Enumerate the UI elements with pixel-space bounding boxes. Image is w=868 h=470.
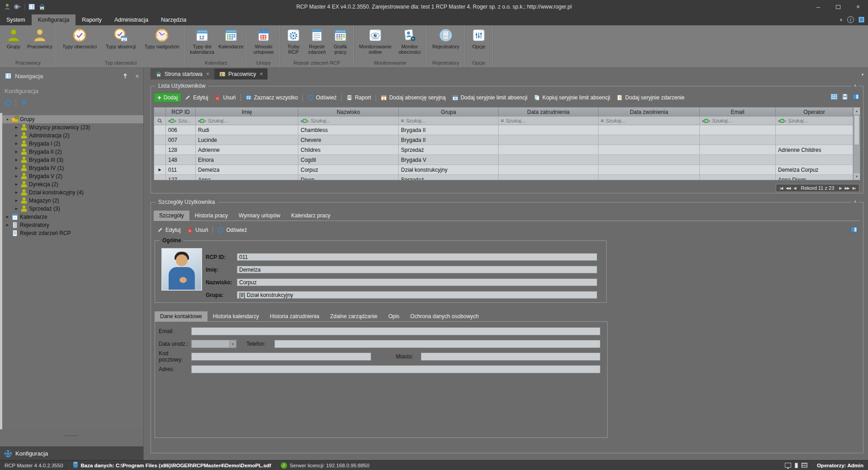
panel-splitter[interactable]: ......: [0, 432, 143, 437]
menu-tab-system[interactable]: System: [0, 14, 32, 25]
tree-item[interactable]: Brygada II (2): [2, 148, 143, 156]
tree-item[interactable]: Rejestratory: [2, 221, 143, 229]
refresh-icon[interactable]: [5, 99, 12, 107]
ribbon-button-typy-nadgodzin[interactable]: Typy nadgodzin: [141, 27, 183, 50]
ribbon-button-typy-obecnosci[interactable]: Typy obecności: [58, 27, 101, 50]
scroll-down-icon[interactable]: ▼: [854, 173, 860, 180]
refresh-button[interactable]: Odśwież: [214, 225, 250, 235]
table-row[interactable]: 011 Demelza Corpuz Dział konstrukcyjny D…: [154, 165, 853, 175]
column-header-email[interactable]: Email: [700, 108, 776, 117]
ribbon-button-typy-absencji[interactable]: 12 Typy absencji: [101, 27, 141, 50]
close-tab-icon[interactable]: ×: [259, 71, 263, 77]
close-tab-icon[interactable]: ×: [206, 71, 209, 77]
table-row[interactable]: 127 Anna Dixon Sprzedaż Anna Dixon: [154, 175, 853, 180]
maximize-button[interactable]: [828, 0, 848, 14]
expand-icon[interactable]: [14, 207, 19, 211]
tab-zdalne-zarzadzanie[interactable]: Zdalne zarządzanie: [325, 311, 383, 322]
navigation-panel-icon[interactable]: [28, 3, 35, 10]
panel-icon[interactable]: [795, 463, 798, 468]
city-field[interactable]: [421, 352, 601, 361]
scrollbar-thumb[interactable]: [854, 115, 859, 145]
account-menu-icon[interactable]: [14, 3, 21, 10]
column-header-rcp-id[interactable]: RCP ID: [166, 108, 196, 117]
collapse-all-icon[interactable]: [20, 99, 28, 107]
app-icon[interactable]: [4, 3, 11, 10]
tree-item[interactable]: Brygada I (2): [2, 140, 143, 148]
phone-field[interactable]: [274, 340, 600, 348]
add-serial-absence-button[interactable]: Dodaj absencję seryjną: [377, 93, 449, 103]
info-icon[interactable]: i: [847, 16, 854, 23]
expand-icon[interactable]: [5, 215, 10, 219]
table-row[interactable]: 148 Elnora Cogdil Brygada V: [154, 155, 853, 165]
ribbon-button-typy-dni-kalendarza[interactable]: 12 Typy dni kalendarza: [187, 27, 217, 55]
tab-dane-kontaktowe[interactable]: Dane kontaktowe: [155, 311, 208, 322]
filter-operator[interactable]: aBcSzukaj...: [776, 117, 853, 125]
copy-serial-absence-limit-button[interactable]: Kopiuj seryjnie limit absencji: [531, 93, 613, 103]
menu-tab-narzedzia[interactable]: Narzędzia: [155, 14, 193, 25]
field-input[interactable]: [237, 266, 597, 273]
ribbon-button-grupy[interactable]: Grupy: [2, 27, 25, 50]
field-input[interactable]: [237, 253, 597, 261]
expand-icon[interactable]: [14, 183, 19, 186]
column-header-data-zatrudnienia[interactable]: Data zatrudnienia: [499, 108, 599, 117]
tab-overflow-icon[interactable]: ▼: [861, 73, 864, 77]
panel-toggle-icon[interactable]: [852, 93, 859, 100]
tab-szczegoly[interactable]: Szczegóły: [154, 211, 189, 221]
panel-toggle-icon[interactable]: [850, 226, 858, 233]
table-row[interactable]: 128 Adrienne Childres Sprzedaż Adrienne …: [154, 145, 853, 155]
tree-item[interactable]: Brygada V (2): [2, 172, 143, 180]
filter-imie[interactable]: aBcSzukaj...: [196, 117, 298, 125]
tree-item[interactable]: Wszyscy pracownicy (23): [2, 123, 143, 132]
ribbon-button-wnioski-urlopowe[interactable]: Wnioski urlopowe: [249, 27, 278, 55]
add-serial-absence-limit-button[interactable]: 25Dodaj seryjnie limit absencji: [449, 93, 531, 103]
home-icon[interactable]: [38, 3, 46, 10]
close-panel-icon[interactable]: ×: [135, 73, 139, 80]
close-button[interactable]: ×: [848, 0, 868, 14]
sidebar-item-konfiguracja[interactable]: Konfiguracja: [0, 446, 143, 460]
operators-status[interactable]: Operatorzy: Admin: [812, 461, 868, 470]
tab-pracownicy[interactable]: Pracownicy ×: [214, 68, 268, 80]
prev-page-button[interactable]: ◀◀: [786, 186, 790, 190]
tree-item[interactable]: Administracja (2): [2, 132, 143, 140]
tab-historia-kalendarzy[interactable]: Historia kalendarzy: [208, 311, 264, 322]
pin-icon[interactable]: [122, 73, 128, 79]
chevron-down-icon[interactable]: ▼: [229, 340, 236, 348]
collapse-ribbon-icon[interactable]: ∧: [840, 17, 843, 22]
filter-data-zatrudnienia[interactable]: =Szukaj...: [499, 117, 599, 125]
last-record-button[interactable]: ▶|: [853, 186, 855, 190]
report-button[interactable]: Raport: [343, 93, 374, 103]
tree-item[interactable]: Dyrekcja (2): [2, 180, 143, 188]
layout-icon[interactable]: [859, 17, 864, 23]
scroll-up-icon[interactable]: ▲: [854, 108, 860, 114]
column-header-imie[interactable]: Imię: [196, 108, 298, 117]
ribbon-button-kalendarze[interactable]: Kalendarze: [217, 27, 245, 50]
next-record-button[interactable]: ▶: [839, 186, 841, 190]
tree-item[interactable]: Brygada III (3): [2, 156, 143, 164]
expand-icon[interactable]: [14, 166, 19, 170]
address-field[interactable]: [191, 365, 600, 373]
column-header-nazwisko[interactable]: Nazwisko: [298, 108, 399, 117]
minimize-button[interactable]: –: [808, 0, 828, 14]
refresh-button[interactable]: Odśwież: [304, 93, 340, 103]
select-all-button[interactable]: Zaznacz wszystko: [242, 93, 301, 103]
table-row[interactable]: 007 Lucinde Chevere Brygada II: [154, 135, 853, 145]
ribbon-button-pracownicy[interactable]: Pracownicy: [25, 27, 54, 50]
expand-icon[interactable]: [5, 223, 10, 227]
tab-ochrona-danych[interactable]: Ochrona danych osobowych: [405, 311, 484, 322]
ribbon-button-rejestr-zdarzen[interactable]: Rejestr zdarzeń: [305, 27, 329, 55]
tab-historia-pracy[interactable]: Historia pracy: [189, 211, 233, 221]
first-record-button[interactable]: |◀: [780, 186, 783, 190]
collapse-groupbox-icon[interactable]: ∧: [852, 83, 859, 88]
edit-button[interactable]: Edytuj: [154, 225, 184, 235]
expand-icon[interactable]: [14, 199, 19, 202]
ribbon-button-rejestratory[interactable]: Rejestratory: [429, 27, 463, 50]
filter-grupa[interactable]: =Szukaj...: [399, 117, 499, 125]
ribbon-button-tryby-rcp[interactable]: Tryby RCP: [282, 27, 305, 55]
next-page-button[interactable]: ▶▶: [844, 186, 849, 190]
tab-historia-zatrudnienia[interactable]: Historia zatrudnienia: [264, 311, 325, 322]
tree-item[interactable]: Rejestr zdarzeń RCP: [2, 229, 143, 237]
prev-record-button[interactable]: ◀: [793, 186, 796, 190]
table-row[interactable]: 006 Rudi Chambless Brygada II: [154, 125, 853, 135]
field-input[interactable]: [237, 291, 597, 299]
filter-rcp-id[interactable]: aBcSzu...: [166, 117, 196, 125]
